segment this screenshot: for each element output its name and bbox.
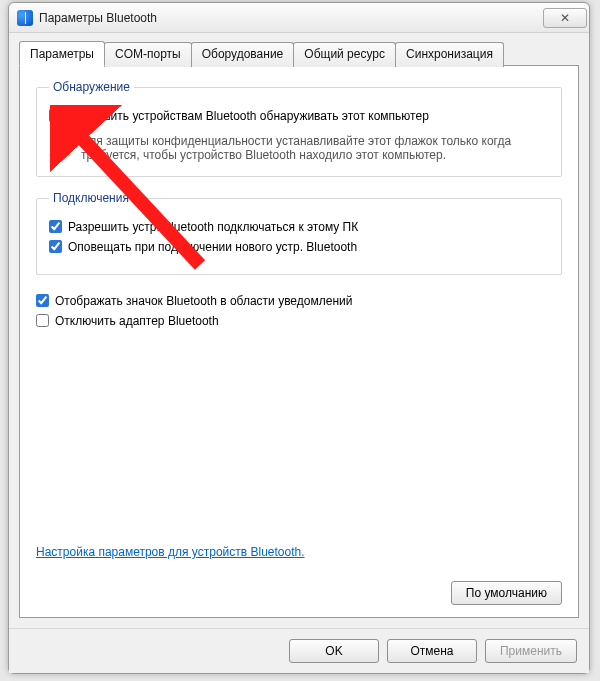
titlebar: Параметры Bluetooth ✕: [9, 3, 589, 33]
notify-connect-label: Оповещать при подключении нового устр. B…: [68, 239, 357, 255]
tab-sharing[interactable]: Общий ресурс: [293, 42, 396, 67]
window-title: Параметры Bluetooth: [39, 11, 157, 25]
tab-page-parameters: Обнаружение Разрешить устройствам Blueto…: [19, 65, 579, 618]
tray-icon-checkbox[interactable]: [36, 294, 49, 307]
dialog-footer: OK Отмена Применить: [9, 628, 589, 673]
bluetooth-icon: [17, 10, 33, 26]
tab-hardware[interactable]: Оборудование: [191, 42, 295, 67]
tab-parameters[interactable]: Параметры: [19, 41, 105, 66]
tabstrip: Параметры COM-порты Оборудование Общий р…: [19, 41, 579, 66]
allow-discovery-checkbox[interactable]: [49, 109, 62, 122]
notify-connect-row[interactable]: Оповещать при подключении нового устр. B…: [49, 239, 549, 255]
bluetooth-settings-link[interactable]: Настройка параметров для устройств Bluet…: [36, 515, 562, 559]
group-connections-legend: Подключения: [49, 191, 133, 205]
warning-icon: [49, 136, 71, 156]
group-discovery-legend: Обнаружение: [49, 80, 134, 94]
close-button[interactable]: ✕: [543, 8, 587, 28]
disable-adapter-row[interactable]: Отключить адаптер Bluetooth: [36, 313, 562, 329]
allow-discovery-row[interactable]: Разрешить устройствам Bluetooth обнаружи…: [49, 108, 549, 124]
discovery-warning: Для защиты конфиденциальности устанавлив…: [49, 134, 549, 162]
disable-adapter-label: Отключить адаптер Bluetooth: [55, 313, 219, 329]
defaults-button[interactable]: По умолчанию: [451, 581, 562, 605]
client-area: Параметры COM-порты Оборудование Общий р…: [9, 33, 589, 628]
cancel-button[interactable]: Отмена: [387, 639, 477, 663]
allow-connect-label: Разрешить устр. Bluetooth подключаться к…: [68, 219, 358, 235]
tray-icon-label: Отображать значок Bluetooth в области ув…: [55, 293, 352, 309]
tab-com-ports[interactable]: COM-порты: [104, 42, 192, 67]
allow-connect-row[interactable]: Разрешить устр. Bluetooth подключаться к…: [49, 219, 549, 235]
disable-adapter-checkbox[interactable]: [36, 314, 49, 327]
tab-sync[interactable]: Синхронизация: [395, 42, 504, 67]
misc-options: Отображать значок Bluetooth в области ув…: [36, 289, 562, 333]
notify-connect-checkbox[interactable]: [49, 240, 62, 253]
discovery-warning-text: Для защиты конфиденциальности устанавлив…: [81, 134, 549, 162]
apply-button[interactable]: Применить: [485, 639, 577, 663]
ok-button[interactable]: OK: [289, 639, 379, 663]
group-connections: Подключения Разрешить устр. Bluetooth по…: [36, 191, 562, 274]
defaults-row: По умолчанию: [36, 581, 562, 605]
bluetooth-settings-window: Параметры Bluetooth ✕ Параметры COM-порт…: [8, 2, 590, 674]
allow-discovery-label: Разрешить устройствам Bluetooth обнаружи…: [68, 108, 429, 124]
close-icon: ✕: [560, 11, 570, 25]
tray-icon-row[interactable]: Отображать значок Bluetooth в области ув…: [36, 293, 562, 309]
allow-connect-checkbox[interactable]: [49, 220, 62, 233]
group-discovery: Обнаружение Разрешить устройствам Blueto…: [36, 80, 562, 177]
